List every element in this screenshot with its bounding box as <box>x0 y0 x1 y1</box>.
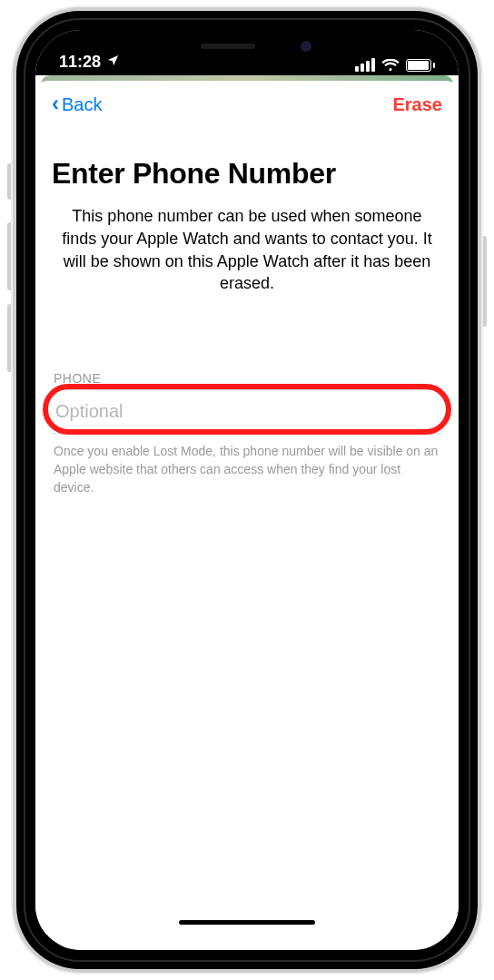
power-button[interactable] <box>481 236 487 327</box>
phone-section-label: PHONE <box>54 371 442 386</box>
front-camera <box>301 41 311 52</box>
phone-input[interactable] <box>52 389 442 434</box>
page-description: This phone number can be used when someo… <box>52 205 442 295</box>
device-frame: 11:28 ‹ <box>16 11 478 969</box>
erase-button[interactable]: Erase <box>393 94 443 115</box>
battery-icon <box>406 59 435 72</box>
modal-sheet: ‹ Back Erase Enter Phone Number This pho… <box>35 81 459 934</box>
speaker-grille <box>201 44 255 49</box>
location-arrow-icon <box>106 53 120 72</box>
notch <box>147 30 347 63</box>
chevron-left-icon: ‹ <box>52 93 59 114</box>
wifi-icon <box>381 59 400 72</box>
nav-bar: ‹ Back Erase <box>52 93 442 115</box>
volume-down-button[interactable] <box>7 304 13 372</box>
home-indicator[interactable] <box>179 920 315 925</box>
phone-input-row <box>52 389 442 434</box>
cellular-signal-icon <box>355 58 375 72</box>
volume-up-button[interactable] <box>7 222 13 290</box>
phone-footer-note: Once you enable Lost Mode, this phone nu… <box>52 443 442 496</box>
silent-switch[interactable] <box>7 163 13 200</box>
page-title: Enter Phone Number <box>52 157 442 191</box>
status-time: 11:28 <box>59 53 101 72</box>
screen: 11:28 ‹ <box>35 30 459 950</box>
back-button-label: Back <box>62 94 102 115</box>
back-button[interactable]: ‹ Back <box>52 93 102 115</box>
